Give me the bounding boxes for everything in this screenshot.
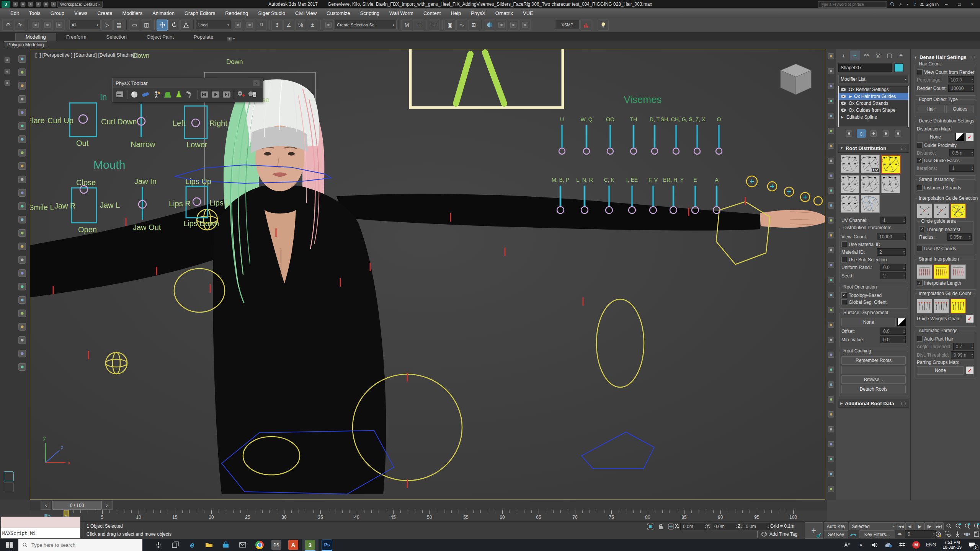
taskbar-search-input[interactable] <box>31 542 124 548</box>
orbit-icon[interactable] <box>963 530 971 538</box>
auto-part-hair-checkbox[interactable] <box>917 336 923 342</box>
select-and-manipulate-icon[interactable] <box>244 20 255 31</box>
material-id-spinner[interactable]: 2▴▾ <box>877 248 906 256</box>
visibility-eye-icon[interactable] <box>840 88 847 91</box>
viewport-label[interactable]: [+] [Perspective ] [Standard] [Default S… <box>35 52 138 58</box>
dual-guide-icon[interactable] <box>934 299 949 313</box>
offset-spinner[interactable]: 0.0▴▾ <box>880 328 906 335</box>
zoom-extents-icon[interactable] <box>963 522 971 530</box>
face-center-distribution-thumbnail[interactable] <box>841 195 859 213</box>
ornatrix-tool-icon[interactable] <box>827 201 835 210</box>
ornatrix-tool-icon[interactable] <box>827 425 835 434</box>
viewport-layout-tab[interactable] <box>3 67 11 76</box>
seed-spinner[interactable]: 2▴▾ <box>880 272 906 279</box>
left-toolbar-icon[interactable] <box>17 228 28 238</box>
parting-groups-map-button[interactable]: None <box>917 366 964 375</box>
rectangular-region-icon[interactable]: ▭ <box>129 20 140 31</box>
modifier-editable-spline[interactable]: ▶Editable Spline <box>839 114 908 121</box>
rendered-frame-icon[interactable] <box>508 20 519 31</box>
map-enable-icon[interactable]: ✓ <box>965 366 974 375</box>
per-vertex-distribution-thumbnail[interactable] <box>861 175 880 193</box>
current-frame-field[interactable]: 0▴▾ <box>905 530 936 538</box>
add-modifier-icon[interactable] <box>236 90 246 99</box>
key-filters-button[interactable]: Key Filters... <box>859 530 895 538</box>
menu-edit[interactable]: Edit <box>5 8 24 18</box>
xsmp-button[interactable]: XSMP <box>555 20 580 30</box>
listener-macro-pane[interactable] <box>1 517 80 528</box>
browse-button[interactable]: Browse... <box>841 375 906 384</box>
triple-guide-icon[interactable] <box>951 299 966 313</box>
qat-open-file-icon[interactable] <box>20 1 26 7</box>
left-toolbar-icon[interactable] <box>17 147 28 158</box>
menu-views[interactable]: Views <box>69 8 92 18</box>
zoom-icon[interactable] <box>945 522 953 530</box>
ornatrix-tool-icon[interactable] <box>827 485 835 493</box>
ribbon-toggle-icon[interactable]: ▣ <box>444 20 456 31</box>
interpolate-length-checkbox[interactable] <box>917 280 923 286</box>
ornatrix-tool-icon[interactable] <box>827 455 835 463</box>
create-panel-icon[interactable] <box>115 90 125 99</box>
left-toolbar-icon[interactable] <box>17 201 28 212</box>
modifier-list-dropdown[interactable]: Modifier List▾ <box>838 75 909 83</box>
perspective-viewport[interactable]: x y z <box>30 49 825 500</box>
task-view-taskbar-icon[interactable] <box>167 539 184 551</box>
ornatrix-tool-icon[interactable] <box>827 52 835 60</box>
key-mode-dropdown[interactable]: Selected▾ <box>849 522 897 530</box>
affine-icon[interactable] <box>917 264 932 279</box>
configure-modifier-sets-icon[interactable] <box>893 129 903 138</box>
dropbox-tray-icon[interactable] <box>896 539 909 551</box>
use-sub-selection-checkbox[interactable] <box>841 257 847 262</box>
menu-customize[interactable]: Customize <box>322 8 355 18</box>
notification-icon[interactable]: 9 <box>965 539 978 551</box>
reference-coordinate-dropdown[interactable]: Local▾ <box>196 20 231 30</box>
play-button[interactable]: ▶ <box>915 522 924 530</box>
make-unique-icon[interactable] <box>869 129 878 138</box>
ornatrix-tool-icon[interactable] <box>827 440 835 448</box>
circle-pack-distribution-thumbnail[interactable] <box>861 195 880 213</box>
percentage-spinner[interactable]: 100.0▴▾ <box>948 76 974 83</box>
time-slider-handle[interactable]: 0 / 100 <box>52 501 102 510</box>
left-toolbar-icon[interactable] <box>17 214 28 225</box>
ornatrix-tool-icon[interactable] <box>827 246 835 254</box>
menu-tools[interactable]: Tools <box>24 8 45 18</box>
scene-canvas[interactable]: x y z <box>30 49 825 499</box>
expand-arrow-icon[interactable]: ▶ <box>840 115 845 119</box>
use-uv-coords-checkbox[interactable] <box>917 246 923 251</box>
ornatrix-tool-icon[interactable] <box>827 261 835 269</box>
qat-redo-icon[interactable] <box>42 1 49 7</box>
volume-tray-icon[interactable] <box>868 539 881 551</box>
detach-roots-button[interactable]: Detach Roots <box>841 385 906 393</box>
rotational-icon[interactable] <box>951 264 966 279</box>
ornatrix-tool-icon[interactable] <box>827 67 835 75</box>
ornatrix-tool-icon[interactable] <box>827 186 835 195</box>
menu-modifiers[interactable]: Modifiers <box>117 8 147 18</box>
root-distribution-rollout[interactable]: ▼Root Distribution⋮⋮ <box>838 143 909 153</box>
guide-proximity-checkbox[interactable] <box>917 142 923 148</box>
unlink-selection-icon[interactable] <box>42 20 53 31</box>
instanced-strands-checkbox[interactable] <box>917 185 923 191</box>
left-toolbar-icon[interactable] <box>17 161 28 171</box>
named-selection-dropdown[interactable]: Create Selection Se▾ <box>335 20 397 30</box>
ribbon-tab-selection[interactable]: Selection <box>96 33 137 41</box>
maximize-viewport-icon[interactable] <box>972 530 980 538</box>
zoom-all-icon[interactable] <box>954 522 962 530</box>
tab-hierarchy[interactable]: ⚯ <box>861 51 872 60</box>
ornatrix-tool-icon[interactable] <box>827 112 835 120</box>
default-light-icon[interactable] <box>598 20 609 31</box>
mega-tray-icon[interactable]: M <box>910 539 923 551</box>
go-to-end-button[interactable]: ▶▶| <box>934 522 944 530</box>
select-by-name-icon[interactable]: ▤ <box>113 20 124 31</box>
undo-icon[interactable]: ↶ <box>2 20 13 31</box>
ornatrix-tool-icon[interactable] <box>827 365 835 374</box>
barycentric-icon[interactable] <box>934 204 949 218</box>
left-toolbar-icon[interactable] <box>17 362 28 372</box>
go-to-start-button[interactable]: |◀◀ <box>896 522 905 530</box>
selection-lock-icon[interactable] <box>657 523 665 530</box>
modifier-ox-render-settings[interactable]: Ox Render Settings <box>839 86 908 93</box>
taskbar-search[interactable] <box>18 539 142 551</box>
ribbon-tab-modeling[interactable]: Modeling <box>15 33 56 41</box>
view-count-spinner[interactable]: 10000▴▾ <box>877 233 906 240</box>
start-button[interactable] <box>0 539 18 551</box>
left-toolbar-icon[interactable] <box>17 308 28 319</box>
key-steps-icon[interactable] <box>849 530 858 538</box>
